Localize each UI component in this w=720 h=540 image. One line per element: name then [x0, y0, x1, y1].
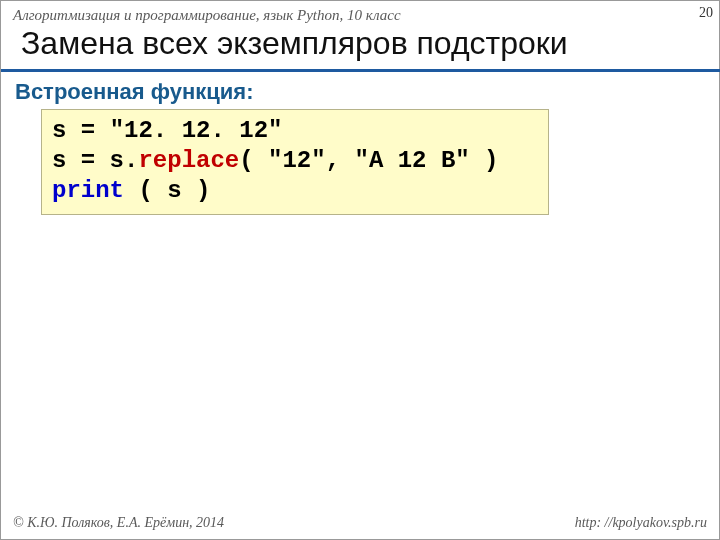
code-string: "A 12 B" [354, 147, 469, 174]
code-line-2: s = s.replace( "12", "A 12 B" ) [52, 146, 538, 176]
code-text: s = s. [52, 147, 138, 174]
title-rule [1, 69, 720, 72]
code-string: "12" [268, 147, 326, 174]
code-string: "12. 12. 12" [110, 117, 283, 144]
section-subhead: Встроенная функция: [15, 79, 253, 105]
course-header: Алгоритмизация и программирование, язык … [13, 7, 401, 24]
page-number: 20 [699, 5, 713, 21]
code-line-1: s = "12. 12. 12" [52, 116, 538, 146]
footer-url: http: //kpolyakov.spb.ru [575, 515, 707, 531]
code-line-3: print ( s ) [52, 176, 538, 206]
slide: Алгоритмизация и программирование, язык … [0, 0, 720, 540]
code-text: ( [239, 147, 253, 174]
code-keyword: print [52, 177, 124, 204]
code-text: , [326, 147, 340, 174]
footer-copyright: © К.Ю. Поляков, Е.А. Ерёмин, 2014 [13, 515, 224, 531]
code-text: ( s ) [138, 177, 210, 204]
code-function: replace [138, 147, 239, 174]
slide-title: Замена всех экземпляров подстроки [21, 25, 568, 62]
code-text: s = [52, 117, 95, 144]
code-block: s = "12. 12. 12" s = s.replace( "12", "A… [41, 109, 549, 215]
code-text: ) [484, 147, 498, 174]
